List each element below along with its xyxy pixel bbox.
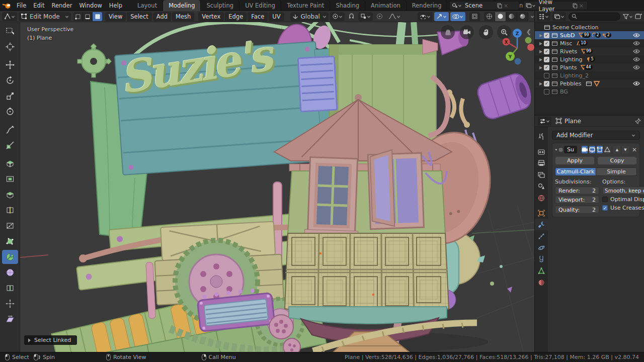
modifier-name-field[interactable]: Su: [564, 146, 577, 153]
outliner-row-pebbles[interactable]: ▶ ✓ Pebbles: [535, 79, 644, 87]
tool-cursor[interactable]: [2, 40, 18, 54]
perspective-toggle-button[interactable]: [441, 25, 455, 39]
use-creases-row[interactable]: ✓Use Creases: [602, 204, 644, 212]
collection-checkbox[interactable]: ✓: [544, 33, 549, 38]
camera-view-button[interactable]: [460, 25, 474, 39]
eye-icon[interactable]: [633, 41, 640, 46]
viewport-field[interactable]: Viewport:2: [555, 196, 599, 204]
snap-toggle[interactable]: [346, 12, 357, 21]
disclosure-triangle-icon[interactable]: ▶: [538, 49, 544, 54]
on-cage-toggle[interactable]: [604, 146, 610, 153]
menu-vertex[interactable]: Vertex: [198, 12, 224, 21]
outliner-row-lighting[interactable]: ▶ ✓ Lighting 5: [535, 55, 644, 63]
optimal-display-row[interactable]: Optimal Displ..: [602, 196, 644, 203]
viewport-canvas[interactable]: User Perspective (1) Plane Suzie's Z X Y…: [20, 22, 534, 352]
tool-rotate[interactable]: [2, 73, 18, 87]
menu-edit[interactable]: Edit: [30, 0, 48, 11]
tab-render-icon[interactable]: [535, 146, 548, 157]
face-select-icon[interactable]: [93, 12, 102, 21]
tab-tool-icon[interactable]: [535, 131, 548, 142]
outliner-row-rivets[interactable]: ▶ ✓ Rivets 99: [535, 47, 644, 55]
tab-scene-icon[interactable]: [535, 180, 548, 192]
tab-modifiers-icon[interactable]: [535, 219, 548, 230]
eye-icon[interactable]: [633, 57, 640, 62]
disclosure-triangle-icon[interactable]: ▶: [538, 81, 544, 86]
copy-button[interactable]: Copy: [597, 156, 637, 165]
render-field[interactable]: Render:2: [555, 187, 599, 195]
edit-mode-toggle[interactable]: [597, 146, 603, 153]
gizmos-toggle[interactable]: [434, 12, 449, 21]
tab-texture-paint[interactable]: Texture Paint: [281, 0, 330, 11]
menu-select[interactable]: Select: [127, 12, 151, 21]
simple-option[interactable]: Simple: [596, 168, 636, 175]
filter-button[interactable]: [623, 14, 633, 20]
pan-view-button[interactable]: [479, 25, 493, 39]
tab-sculpting[interactable]: Sculpting: [201, 0, 239, 11]
tab-view-layer-icon[interactable]: [535, 169, 548, 180]
collection-checkbox[interactable]: [544, 89, 549, 95]
object-visibility-dropdown[interactable]: [418, 12, 433, 21]
tab-constraints-icon[interactable]: [535, 253, 548, 265]
tool-bevel[interactable]: [2, 188, 18, 202]
tab-object-data-icon[interactable]: [535, 265, 548, 277]
tab-output-icon[interactable]: [535, 157, 548, 169]
tab-modeling[interactable]: Modeling: [163, 0, 201, 11]
remove-icon[interactable]: ×: [578, 3, 585, 9]
tool-smooth[interactable]: [2, 265, 18, 280]
collection-checkbox[interactable]: ✓: [544, 57, 549, 62]
operator-panel[interactable]: Select Linked: [24, 335, 77, 345]
tool-knife[interactable]: [2, 219, 18, 233]
collection-checkbox[interactable]: ✓: [544, 41, 549, 46]
tab-material-icon[interactable]: [535, 277, 548, 288]
expand-icon[interactable]: [555, 148, 557, 152]
outliner-editor-type-button[interactable]: [537, 12, 550, 21]
disclosure-triangle-icon[interactable]: ▶: [538, 33, 544, 38]
proportional-edit-toggle[interactable]: [374, 12, 385, 21]
outliner-root-row[interactable]: ▶ Scene Collection: [535, 23, 644, 31]
orientation-dropdown[interactable]: Global: [290, 12, 329, 21]
pin-icon[interactable]: [635, 118, 641, 124]
move-up-icon[interactable]: ▲: [613, 146, 621, 153]
quality-field[interactable]: Quality:2: [555, 206, 599, 214]
tool-spin[interactable]: [2, 250, 18, 264]
menu-window[interactable]: Window: [75, 0, 105, 11]
use-creases-checkbox[interactable]: ✓: [602, 205, 608, 211]
menu-face[interactable]: Face: [248, 12, 268, 21]
solid-shading-icon[interactable]: [495, 12, 506, 21]
apply-button[interactable]: Apply: [555, 156, 595, 165]
tab-world-icon[interactable]: [535, 192, 548, 204]
disclosure-triangle-icon[interactable]: ▶: [538, 57, 544, 62]
tool-inset-faces[interactable]: [2, 172, 18, 186]
tool-annotate[interactable]: [2, 123, 18, 137]
viewport-display-toggle[interactable]: [589, 146, 595, 153]
tool-move[interactable]: [2, 58, 18, 72]
outliner-row-bg[interactable]: ▶ BG: [535, 87, 644, 96]
properties-editor-type-button[interactable]: [538, 117, 551, 125]
tool-measure[interactable]: [2, 138, 18, 152]
overlays-toggle[interactable]: [450, 12, 465, 21]
menu-view[interactable]: View: [105, 12, 126, 21]
tool-transform[interactable]: [2, 105, 18, 119]
tab-shading[interactable]: Shading: [330, 0, 365, 11]
display-mode-button[interactable]: [552, 12, 566, 21]
eye-icon[interactable]: [633, 65, 640, 70]
tool-box-select[interactable]: [2, 24, 18, 38]
tool-poly-build[interactable]: [2, 234, 18, 248]
pivot-dropdown[interactable]: [330, 12, 345, 21]
copy-icon[interactable]: [573, 3, 578, 9]
tool-edge-slide[interactable]: [2, 281, 18, 295]
tool-shrink-fatten[interactable]: [2, 297, 18, 311]
disclosure-triangle-icon[interactable]: ▶: [538, 65, 544, 70]
tab-animation[interactable]: Animation: [365, 0, 407, 11]
shading-options-chevron-icon[interactable]: [530, 15, 534, 19]
collection-checkbox[interactable]: ✓: [544, 49, 549, 54]
falloff-dropdown[interactable]: [386, 12, 403, 21]
snap-target-dropdown[interactable]: [358, 12, 373, 21]
tab-layout[interactable]: Layout: [132, 0, 163, 11]
new-collection-button[interactable]: [635, 13, 642, 20]
wireframe-shading-icon[interactable]: [484, 12, 495, 21]
eye-icon[interactable]: [633, 33, 640, 38]
collection-checkbox[interactable]: ✓: [544, 65, 549, 70]
tab-object-icon[interactable]: [535, 207, 548, 219]
render-toggle[interactable]: [582, 146, 588, 153]
